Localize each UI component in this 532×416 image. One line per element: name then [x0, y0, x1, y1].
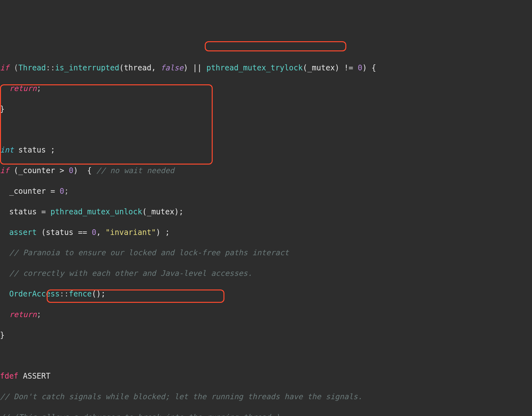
code-line: // Don't catch signals while blocked; le…: [0, 392, 532, 402]
code-line: return;: [0, 309, 532, 320]
code-line: // (This allows a debugger to break into…: [0, 412, 532, 416]
code-line: status = pthread_mutex_unlock(_mutex);: [0, 207, 532, 217]
code-line: fdef ASSERT: [0, 371, 532, 381]
code-line: return;: [0, 83, 532, 94]
code-line: assert (status == 0, "invariant") ;: [0, 227, 532, 237]
code-line: OrderAccess::fence();: [0, 289, 532, 299]
highlight-box-1: [205, 41, 346, 51]
code-line: // correctly with each other and Java-le…: [0, 268, 532, 278]
code-line: int status ;: [0, 145, 532, 155]
code-line: if (Thread::is_interrupted(thread, false…: [0, 63, 532, 73]
code-editor: if (Thread::is_interrupted(thread, false…: [0, 41, 532, 416]
code-line: // Paranoia to ensure our locked and loc…: [0, 248, 532, 258]
code-line: if (_counter > 0) { // no wait needed: [0, 166, 532, 176]
code-line: }: [0, 330, 532, 340]
blank-line: [0, 350, 532, 361]
code-line: }: [0, 104, 532, 114]
code-line: _counter = 0;: [0, 186, 532, 196]
blank-line: [0, 125, 532, 135]
